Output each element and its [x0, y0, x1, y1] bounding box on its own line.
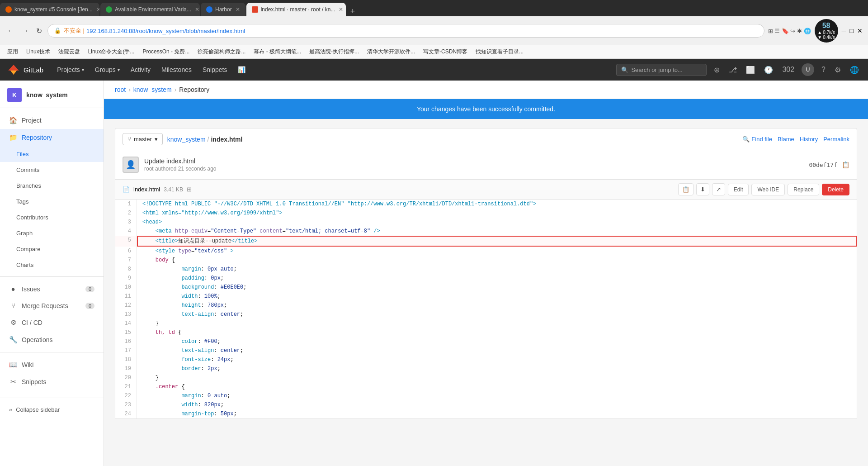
bookmark-linux-tech[interactable]: Linux技术 — [24, 47, 52, 57]
terminal-icon[interactable]: ⬜ — [744, 64, 757, 76]
bookmark-court[interactable]: 最高法院-执行指挥... — [307, 47, 361, 57]
refresh-button[interactable]: ↻ — [34, 25, 44, 37]
nav-right: 🔍 Search or jump to... ⊕ ⎇ ⬜ 🕐 302 U ? ⚙… — [616, 63, 861, 76]
ci-cd-nav-icon: ⚙ — [9, 319, 17, 327]
code-line-7: 7 body { — [115, 256, 857, 265]
line-content-3: <head> — [137, 218, 857, 227]
external-button[interactable]: ↗ — [712, 183, 725, 195]
permalink-link[interactable]: Permalink — [823, 136, 849, 143]
tab-close-4[interactable]: ✕ — [339, 6, 343, 13]
sidebar-label-project: Project — [22, 117, 42, 124]
nav-search[interactable]: 🔍 Search or jump to... — [616, 64, 707, 76]
web-ide-button[interactable]: Web IDE — [751, 184, 785, 195]
globe-icon[interactable]: 🌐 — [848, 64, 861, 76]
sidebar-item-wiki[interactable]: 📖 Wiki — [0, 356, 104, 373]
download-button[interactable]: ⬇ — [696, 183, 709, 195]
line-number-2: 2 — [115, 209, 137, 218]
copy-hash-button[interactable]: 📋 — [842, 161, 849, 168]
bookmark-tsinghua[interactable]: 清华大学开源软件... — [365, 47, 417, 57]
code-view: 1 <!DOCTYPE html PUBLIC "-//W3C//DTD XHT… — [115, 200, 857, 418]
sidebar-item-operations[interactable]: 🔧 Operations — [0, 331, 104, 348]
code-line-11: 11 width: 100%; — [115, 292, 857, 301]
line-number-17: 17 — [115, 346, 137, 355]
edit-button[interactable]: Edit — [728, 184, 749, 195]
bookmark-cloud[interactable]: 法院云盘 — [57, 47, 82, 57]
sidebar-item-charts[interactable]: Charts — [0, 257, 104, 273]
branch-dropdown-icon: ▾ — [155, 136, 158, 143]
bookmark-apps[interactable]: 应用 — [5, 47, 20, 57]
browser-close[interactable]: ✕ — [857, 27, 863, 34]
browser-tab-3[interactable]: Harbor ✕ — [201, 3, 245, 16]
browser-tab-1[interactable]: know_system #5 Console [Jen... ✕ — [0, 3, 99, 16]
sidebar-item-issues[interactable]: ● Issues 0 — [0, 281, 104, 297]
sidebar-item-project[interactable]: 🏠 Project — [0, 112, 104, 129]
nav-item-milestones[interactable]: Milestones — [157, 59, 196, 81]
gitlab-logo[interactable]: GitLab — [7, 63, 43, 76]
sidebar-collapse-btn[interactable]: « Collapse sidebar — [0, 402, 104, 418]
nav-item-activity[interactable]: Activity — [126, 59, 155, 81]
nav-item-chart[interactable]: 📊 — [233, 59, 250, 81]
sidebar-item-branches[interactable]: Branches — [0, 178, 104, 194]
lock-icon: 🔓 — [54, 28, 61, 34]
bookmark-more[interactable]: 找知识查看子目录... — [474, 47, 525, 57]
nav-item-snippets[interactable]: Snippets — [198, 59, 231, 81]
sidebar-item-snippets[interactable]: ✂ Snippets — [0, 373, 104, 390]
sidebar-item-graph[interactable]: Graph — [0, 225, 104, 241]
line-content-21: .center { — [137, 382, 857, 391]
settings-icon[interactable]: ⚙ — [833, 64, 843, 76]
help-icon[interactable]: ? — [820, 64, 827, 76]
code-line-9: 9 padding: 0px; — [115, 274, 857, 283]
delete-button[interactable]: Delete — [822, 184, 849, 195]
code-line-8: 8 margin: 0px auto; — [115, 265, 857, 274]
forward-button[interactable]: → — [20, 25, 31, 37]
breadcrumb: root › know_system › Repository — [104, 81, 868, 99]
tab-close-2[interactable]: ✕ — [195, 6, 199, 13]
breadcrumb-project[interactable]: know_system — [133, 86, 172, 93]
bookmark-xu[interactable]: 徐亮偷架构师之路... — [196, 47, 247, 57]
git-icon[interactable]: ⎇ — [727, 64, 739, 76]
copy-raw-button[interactable]: 📋 — [678, 183, 693, 195]
code-line-3: 3 <head> — [115, 218, 857, 227]
sidebar-item-merge-requests[interactable]: ⑂ Merge Requests 0 — [0, 297, 104, 314]
history-link[interactable]: History — [800, 136, 818, 143]
browser-maximize[interactable]: □ — [850, 27, 854, 34]
browser-minimize[interactable]: ─ — [842, 27, 846, 34]
address-bar[interactable]: 🔓 不安全 | 192.168.81.240:88/root/know_syst… — [47, 24, 764, 38]
blame-link[interactable]: Blame — [778, 136, 794, 143]
breadcrumb-root[interactable]: root — [115, 86, 126, 93]
file-path-project[interactable]: know_system — [167, 136, 206, 143]
browser-tab-4[interactable]: index.html · master · root / kn... ✕ — [246, 3, 346, 16]
bookmark-csdn[interactable]: 写文章-CSDN博客 — [421, 47, 469, 57]
nav-item-projects[interactable]: Projects ▾ — [52, 59, 89, 81]
tab-close-1[interactable]: ✕ — [96, 6, 99, 13]
tab-label-3: Harbor — [215, 6, 232, 13]
plus-icon[interactable]: ⊕ — [712, 64, 722, 76]
new-tab-button[interactable]: + — [347, 7, 359, 16]
nav-avatar[interactable]: U — [802, 63, 814, 76]
bookmark-processon[interactable]: ProcessOn - 免费... — [141, 47, 191, 57]
sidebar-label-commits: Commits — [16, 166, 39, 173]
code-line-13: 13 text-align: center; — [115, 310, 857, 319]
sidebar-item-ci-cd[interactable]: ⚙ CI / CD — [0, 314, 104, 331]
sidebar-item-compare[interactable]: Compare — [0, 241, 104, 257]
sidebar-item-files[interactable]: Files — [0, 146, 104, 162]
copy-path-button[interactable]: ⊞ — [187, 186, 192, 193]
replace-button[interactable]: Replace — [788, 184, 819, 195]
sidebar-label-ci-cd: CI / CD — [22, 319, 42, 326]
sidebar-item-repository[interactable]: 📁 Repository — [0, 129, 104, 146]
nav-item-groups[interactable]: Groups ▾ — [90, 59, 124, 81]
bookmark-mubu[interactable]: 幕布 - 极简大纲笔... — [252, 47, 303, 57]
bookmark-linux-cmd[interactable]: Linux命令大全(手... — [86, 47, 137, 57]
clock-icon[interactable]: 🕐 — [762, 64, 775, 76]
tab-close-3[interactable]: ✕ — [236, 6, 240, 13]
back-button[interactable]: ← — [5, 25, 16, 37]
sidebar-item-tags[interactable]: Tags — [0, 194, 104, 209]
sidebar-item-contributors[interactable]: Contributors — [0, 209, 104, 225]
branch-select[interactable]: ⑂ master ▾ — [123, 133, 163, 145]
browser-tab-2[interactable]: Available Environmental Varia... ✕ — [100, 3, 200, 16]
history-label: History — [800, 136, 818, 143]
find-file-link[interactable]: 🔍 Find file — [742, 136, 772, 143]
line-content-2: <html xmlns="http://www.w3.org/1999/xhtm… — [137, 209, 857, 218]
sidebar-item-commits[interactable]: Commits — [0, 162, 104, 178]
line-number-22: 22 — [115, 391, 137, 400]
